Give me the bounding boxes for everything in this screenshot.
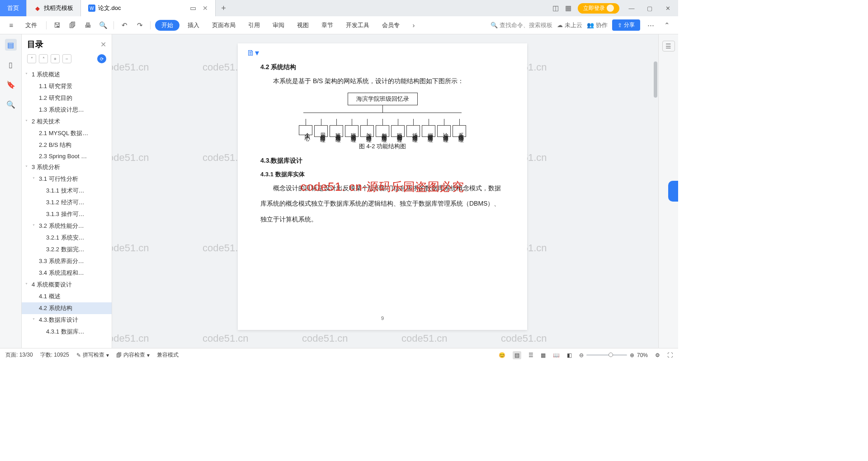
- sync-status-icon[interactable]: ⟳: [97, 54, 106, 63]
- menu-review[interactable]: 审阅: [268, 19, 289, 31]
- menu-overflow-icon[interactable]: ›: [408, 19, 420, 31]
- outline-node[interactable]: ˅2 相关技术: [22, 116, 112, 127]
- outline-rail-icon[interactable]: ▤: [5, 39, 17, 51]
- status-word-count[interactable]: 字数: 10925: [40, 351, 69, 359]
- right-rail-menu-icon[interactable]: ☰: [662, 41, 675, 52]
- toolbar-overflow-icon[interactable]: ⋯: [645, 19, 656, 31]
- view-focus-icon[interactable]: ◧: [567, 352, 572, 358]
- window-min-icon[interactable]: —: [626, 5, 637, 12]
- print-icon[interactable]: 🖶: [82, 19, 94, 31]
- share-icon: ⇪: [618, 22, 622, 28]
- outline-close-icon[interactable]: ✕: [100, 40, 106, 49]
- fullscreen-icon[interactable]: ⛶: [667, 352, 673, 358]
- share-button[interactable]: ⇪ 分享: [612, 19, 640, 31]
- window-close-icon[interactable]: ✕: [662, 5, 674, 12]
- spell-check-button[interactable]: ✎ 拼写检查 ▾: [76, 351, 109, 359]
- outline-node[interactable]: ˅4 系统概要设计: [22, 279, 112, 291]
- menu-insert[interactable]: 插入: [183, 19, 204, 31]
- menu-start[interactable]: 开始: [155, 20, 179, 31]
- thumbnails-rail-icon[interactable]: ▯: [5, 59, 17, 71]
- side-feedback-tab[interactable]: [668, 181, 678, 202]
- layout-icon[interactable]: ◫: [552, 4, 559, 12]
- menu-vip[interactable]: 会员专: [377, 19, 404, 31]
- command-search[interactable]: 🔍 查找命令、搜索模板: [491, 21, 552, 29]
- menu-view[interactable]: 视图: [292, 19, 313, 31]
- toolbar-expand-icon[interactable]: ⌃: [661, 19, 673, 31]
- outline-node[interactable]: 3.4 系统流程和…: [22, 267, 112, 279]
- tab-close-icon[interactable]: ✕: [203, 5, 208, 12]
- page-doc-icon[interactable]: 🗎▾: [247, 48, 259, 58]
- file-menu[interactable]: 文件: [21, 19, 42, 31]
- tab-add-button[interactable]: +: [216, 0, 232, 16]
- status-page[interactable]: 页面: 13/30: [5, 351, 33, 359]
- undo-icon[interactable]: ↶: [118, 19, 130, 31]
- view-page-icon[interactable]: ▤: [513, 351, 521, 359]
- outline-node[interactable]: ˅1 系统概述: [22, 69, 112, 80]
- menu-refs[interactable]: 引用: [244, 19, 264, 31]
- cloud-status[interactable]: ☁ 未上云: [557, 21, 582, 29]
- tab-home[interactable]: 首页: [0, 0, 27, 16]
- content-check-icon: 🗐: [116, 352, 122, 358]
- preview-icon[interactable]: 🔍: [97, 19, 109, 31]
- paragraph: 独立于计算机系统。: [260, 213, 505, 226]
- view-outline-icon[interactable]: ☰: [528, 352, 533, 358]
- zoom-out-icon[interactable]: ⊖: [579, 352, 584, 358]
- outline-node[interactable]: 1.2 研究目的: [22, 92, 112, 104]
- remove-heading-icon[interactable]: −: [62, 54, 71, 63]
- outline-node[interactable]: 1.1 研究背景: [22, 80, 112, 92]
- outline-node[interactable]: ˅3.2 系统性能分…: [22, 220, 112, 232]
- outline-node[interactable]: 3.3 系统界面分…: [22, 255, 112, 267]
- settings-icon[interactable]: ⚙: [655, 352, 660, 358]
- redo-icon[interactable]: ↷: [134, 19, 146, 31]
- outline-node[interactable]: 3.1.2 经济可…: [22, 197, 112, 208]
- menu-devtools[interactable]: 开发工具: [341, 19, 374, 31]
- outline-node[interactable]: 3.1.3 操作可…: [22, 208, 112, 220]
- outline-node[interactable]: 3.1.1 技术可…: [22, 185, 112, 197]
- menu-layout[interactable]: 页面布局: [208, 19, 240, 31]
- dropdown-icon: ▾: [106, 352, 109, 358]
- view-web-icon[interactable]: ▦: [541, 352, 546, 358]
- window-max-icon[interactable]: ▢: [644, 5, 656, 12]
- outline-node[interactable]: 4.3.1 数据库…: [22, 326, 112, 338]
- content-check-button[interactable]: 🗐 内容检查 ▾: [116, 351, 150, 359]
- tab-templates[interactable]: ◆ 找稻壳模板: [27, 0, 81, 16]
- apps-icon[interactable]: ▦: [565, 4, 571, 12]
- add-heading-icon[interactable]: +: [51, 54, 60, 63]
- view-read-icon[interactable]: 📖: [553, 352, 560, 358]
- outline-node[interactable]: 2.1 MYSQL 数据…: [22, 127, 112, 139]
- bookmark-rail-icon[interactable]: 🔖: [5, 79, 17, 90]
- outline-node[interactable]: 4.2 系统结构: [22, 302, 112, 314]
- outline-node[interactable]: 3.2.1 系统安…: [22, 232, 112, 244]
- hamburger-icon[interactable]: ≡: [5, 19, 17, 31]
- outline-node[interactable]: ˅3 系统分析: [22, 161, 112, 173]
- zoom-value[interactable]: 70%: [637, 352, 648, 358]
- tab-document-active[interactable]: W 论文.doc ▭ ✕: [81, 0, 216, 16]
- document-canvas[interactable]: code51.cn code51.cn code51.cn code51.cn …: [112, 34, 653, 348]
- outline-node[interactable]: 2.2 B/S 结构: [22, 139, 112, 151]
- expand-all-icon[interactable]: ˄: [39, 54, 48, 63]
- collapse-all-icon[interactable]: ˅: [27, 54, 36, 63]
- save-as-icon[interactable]: 🗐: [66, 19, 78, 31]
- outline-node[interactable]: 2.3 Spring Boot …: [22, 151, 112, 161]
- zoom-slider[interactable]: [586, 354, 627, 356]
- collab-button[interactable]: 👥 协作: [587, 21, 608, 29]
- eye-care-icon[interactable]: 😊: [499, 352, 505, 358]
- login-label: 立即登录: [583, 5, 605, 12]
- search-rail-icon[interactable]: 🔍: [5, 99, 17, 110]
- login-button[interactable]: 立即登录: [578, 3, 619, 14]
- outline-node[interactable]: 1.3 系统设计思…: [22, 104, 112, 116]
- compat-mode[interactable]: 兼容模式: [157, 351, 179, 359]
- zoom-in-icon[interactable]: ⊕: [630, 352, 634, 358]
- docer-icon: ◆: [34, 5, 41, 12]
- menu-chapter[interactable]: 章节: [317, 19, 338, 31]
- outline-node[interactable]: 4.1 概述: [22, 291, 112, 302]
- tab-window-icon[interactable]: ▭: [190, 4, 196, 12]
- outline-node[interactable]: 3.2.2 数据完…: [22, 244, 112, 255]
- paragraph: 概念设计的目标是设计出反映某个组织部门信息需求的数据库系统概念模式，数据: [260, 182, 505, 194]
- outline-node[interactable]: ˅4.3.数据库设计: [22, 314, 112, 326]
- outline-node[interactable]: ˅3.1 可行性分析: [22, 173, 112, 185]
- org-child: 论坛信息管理: [437, 119, 451, 137]
- vertical-scrollbar[interactable]: [653, 34, 658, 348]
- save-icon[interactable]: 🖫: [51, 19, 63, 31]
- scroll-thumb[interactable]: [654, 61, 657, 98]
